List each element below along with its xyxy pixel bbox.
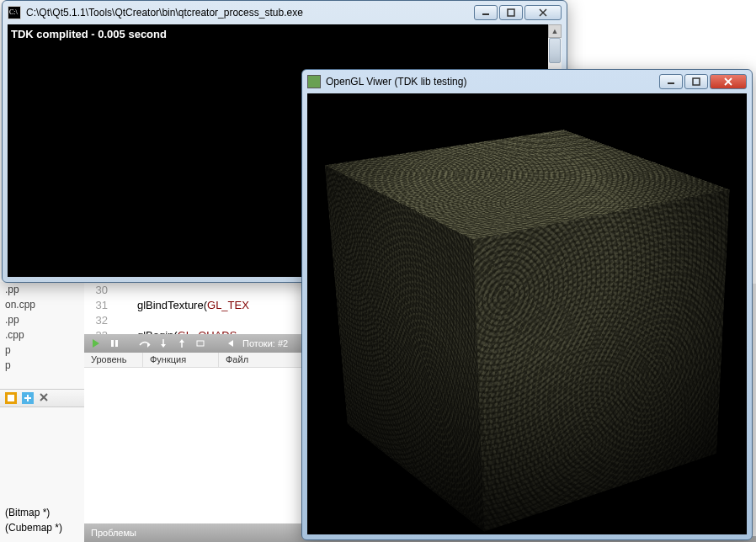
pause-button[interactable]: [108, 337, 121, 350]
tree-item[interactable]: p: [0, 358, 84, 373]
svg-rect-1: [8, 395, 14, 401]
problems-tab[interactable]: Проблемы: [91, 528, 136, 538]
tree-item[interactable]: p: [0, 343, 84, 358]
threads-label[interactable]: Потоки: #2: [242, 338, 288, 348]
opengl-viewport[interactable]: [307, 93, 747, 534]
code-lines: glBindTexture(GL_TEX glBegin(GL_QUADS: [113, 284, 249, 334]
step-over-button[interactable]: [138, 337, 152, 350]
minimize-button[interactable]: [659, 74, 683, 89]
tree-item[interactable]: on.cpp: [0, 297, 84, 312]
opengl-viewer-window[interactable]: OpenGL Viwer (TDK lib testing): [301, 69, 753, 540]
col-function[interactable]: Функция: [143, 353, 219, 367]
svg-marker-7: [161, 344, 166, 348]
tree-item[interactable]: .cpp: [0, 327, 84, 343]
locator-bar: [0, 389, 84, 407]
project-tree-fragment: .pp on.cpp .pp .cpp p p: [0, 282, 84, 542]
viewer-title: OpenGL Viwer (TDK lib testing): [326, 76, 659, 88]
step-into-button[interactable]: [157, 337, 170, 350]
svg-rect-5: [115, 340, 118, 347]
svg-rect-18: [508, 9, 514, 16]
back-icon[interactable]: [224, 337, 237, 350]
close-button[interactable]: [710, 74, 747, 89]
restart-button[interactable]: [194, 337, 207, 350]
minimize-button[interactable]: [474, 5, 498, 20]
console-title: C:\Qt\Qt5.1.1\Tools\QtCreator\bin\qtcrea…: [26, 7, 474, 19]
tree-item[interactable]: .pp: [0, 312, 84, 327]
tree-item[interactable]: .pp: [0, 282, 84, 297]
outline-item[interactable]: (Bitmap *): [0, 505, 84, 520]
svg-rect-9: [197, 341, 204, 346]
svg-rect-4: [111, 340, 114, 347]
maximize-button[interactable]: [499, 5, 523, 20]
scroll-thumb[interactable]: [549, 38, 561, 63]
viewer-titlebar[interactable]: OpenGL Viwer (TDK lib testing): [302, 70, 752, 93]
rendered-cube: [393, 157, 641, 474]
col-level[interactable]: Уровень: [84, 353, 143, 367]
line-numbers: 30 31 32 33: [84, 284, 113, 334]
opengl-app-icon: [307, 75, 321, 88]
svg-rect-20: [693, 78, 700, 85]
svg-marker-10: [228, 340, 233, 347]
code-editor[interactable]: 30 31 32 33 glBindTexture(GL_TEX glBegin…: [84, 284, 303, 334]
svg-marker-3: [93, 339, 99, 348]
scroll-up-icon[interactable]: ▲: [548, 24, 562, 38]
locator-icon-2[interactable]: [22, 392, 34, 404]
close-button[interactable]: [524, 5, 562, 20]
console-titlebar[interactable]: C:\Qt\Qt5.1.1\Tools\QtCreator\bin\qtcrea…: [3, 1, 567, 24]
locator-icon-1[interactable]: [5, 392, 17, 404]
outline-item[interactable]: (Cubemap *): [0, 520, 84, 535]
close-icon[interactable]: [39, 392, 51, 404]
step-out-button[interactable]: [175, 337, 189, 350]
continue-button[interactable]: [89, 337, 103, 350]
outline-items: (Bitmap *) (Cubemap *): [0, 505, 84, 535]
cmd-icon: [8, 6, 21, 19]
console-output: TDK complited - 0.005 second: [11, 28, 167, 40]
svg-marker-8: [179, 339, 184, 343]
maximize-button[interactable]: [684, 74, 708, 89]
